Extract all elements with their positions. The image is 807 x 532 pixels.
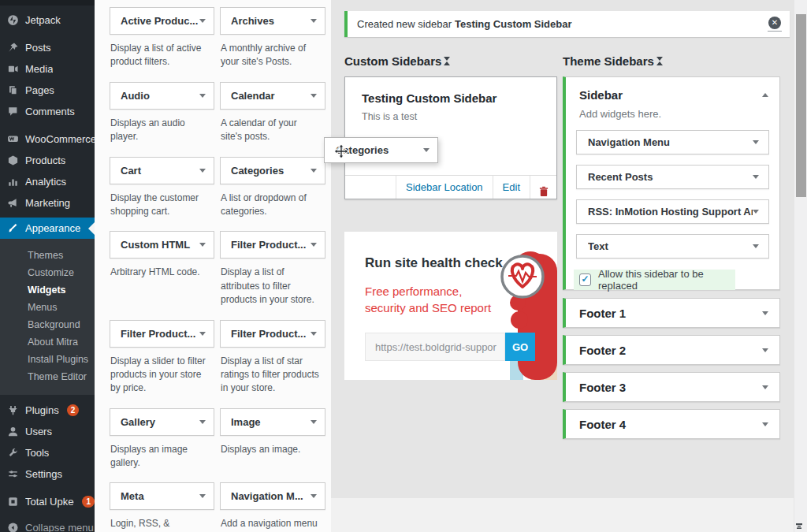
- widget-card-gallery[interactable]: Gallery: [110, 408, 214, 436]
- sort-toggle-icon[interactable]: [656, 57, 663, 65]
- submenu-item-widgets[interactable]: Widgets: [0, 281, 95, 299]
- notice-text: Created new sidebar: [357, 18, 452, 30]
- widget-card-image[interactable]: Image: [220, 408, 325, 436]
- chevron-down-icon[interactable]: [311, 19, 317, 23]
- widget-card-categories[interactable]: Categories: [220, 157, 325, 184]
- sidebar-item-products[interactable]: Products: [0, 150, 95, 171]
- ad-subtitle-line1: Free performance,: [365, 285, 462, 298]
- widget-card-audio[interactable]: Audio: [110, 82, 214, 110]
- submenu-item-themes[interactable]: Themes: [0, 247, 95, 264]
- submenu-item-theme-editor[interactable]: Theme Editor: [0, 368, 95, 385]
- dragged-widget-categories[interactable]: Categories: [324, 137, 438, 163]
- chevron-down-icon: [423, 148, 430, 152]
- media-icon: [7, 63, 19, 75]
- chevron-down-icon[interactable]: [199, 243, 206, 247]
- chevron-down-icon[interactable]: [311, 243, 317, 247]
- widget-card-cart[interactable]: Cart: [110, 157, 214, 184]
- sidebar-item-pages[interactable]: Pages: [0, 80, 95, 101]
- sidebar-item-jetpack[interactable]: Jetpack: [0, 9, 95, 31]
- collapse-menu-icon: [7, 522, 19, 532]
- sidebar-item-analytics[interactable]: Analytics: [0, 171, 95, 192]
- chevron-down-icon[interactable]: [753, 175, 759, 179]
- chevron-down-icon[interactable]: [762, 348, 768, 352]
- allow-replace-row[interactable]: Allow this sidebar to be replaced: [574, 270, 735, 290]
- sidebar-item-woocommerce[interactable]: WooCommerce: [0, 128, 95, 150]
- widget-card-calendar[interactable]: Calendar: [220, 82, 325, 110]
- sidebar-panel-header[interactable]: Sidebar: [579, 88, 768, 102]
- chevron-down-icon[interactable]: [199, 169, 206, 173]
- placed-widget-text[interactable]: Text: [576, 234, 769, 259]
- chevron-down-icon[interactable]: [762, 422, 768, 426]
- widget-title: Custom HTML: [121, 239, 199, 251]
- chevron-down-icon[interactable]: [311, 420, 317, 424]
- sidebar-item-appearance[interactable]: Appearance: [0, 218, 95, 239]
- chevron-down-icon[interactable]: [311, 494, 317, 498]
- widget-card-filter-products-rating[interactable]: Filter Product...: [220, 320, 325, 348]
- chevron-down-icon[interactable]: [753, 140, 759, 144]
- sidebar-item-media[interactable]: Media: [0, 58, 95, 80]
- chevron-down-icon[interactable]: [753, 210, 759, 214]
- edit-link[interactable]: Edit: [493, 176, 530, 199]
- ad-url-row: GO: [365, 333, 535, 361]
- go-button[interactable]: GO: [505, 333, 535, 361]
- close-icon[interactable]: [768, 17, 781, 29]
- widget-card-meta[interactable]: Meta: [110, 482, 214, 510]
- available-widget: Audio Displays an audio player.: [110, 82, 214, 157]
- chevron-down-icon[interactable]: [753, 244, 759, 248]
- chevron-down-icon[interactable]: [762, 311, 768, 315]
- widget-card-filter-products-price[interactable]: Filter Product...: [110, 320, 214, 348]
- scrollbar-thumb[interactable]: [796, 14, 806, 197]
- chevron-down-icon[interactable]: [199, 94, 206, 98]
- chevron-down-icon[interactable]: [199, 420, 206, 424]
- widget-card-archives[interactable]: Archives: [220, 7, 325, 35]
- footer-2-panel[interactable]: Footer 2: [563, 335, 780, 365]
- chevron-down-icon[interactable]: [199, 494, 206, 498]
- placed-widget-rss[interactable]: RSS: InMotion Hosting Support Articles: [576, 199, 769, 224]
- sidebar-item-plugins[interactable]: Plugins 2: [0, 400, 95, 421]
- delete-sidebar-button[interactable]: [530, 176, 556, 199]
- success-notice: Created new sidebar Testing Custom Sideb…: [344, 11, 790, 37]
- sidebar-item-posts[interactable]: Posts: [0, 37, 95, 58]
- submenu-item-customize[interactable]: Customize: [0, 264, 95, 281]
- submenu-item-menus[interactable]: Menus: [0, 299, 95, 316]
- widget-card-filter-products-attributes[interactable]: Filter Product...: [220, 231, 325, 259]
- sidebars-work-area: Created new sidebar Testing Custom Sideb…: [331, 0, 794, 498]
- submenu-item-install-plugins[interactable]: Install Plugins: [0, 351, 95, 368]
- widget-description: Add a navigation menu to your sidebar.: [221, 517, 321, 532]
- widget-card-custom-html[interactable]: Custom HTML: [110, 231, 214, 259]
- chevron-down-icon[interactable]: [311, 94, 317, 98]
- sort-toggle-icon[interactable]: [444, 57, 450, 65]
- widget-card-active-products[interactable]: Active Produc...: [110, 7, 214, 35]
- sidebar-item-label: Posts: [25, 42, 51, 54]
- chevron-down-icon[interactable]: [199, 19, 206, 23]
- chevron-down-icon[interactable]: [311, 169, 317, 173]
- submenu-item-background[interactable]: Background: [0, 316, 95, 333]
- custom-sidebars-heading: Custom Sidebars: [344, 54, 450, 68]
- sidebar-item-tools[interactable]: Tools: [0, 442, 95, 463]
- theme-sidebars-heading: Theme Sidebars: [563, 54, 663, 68]
- placed-widget-navigation-menu[interactable]: Navigation Menu: [576, 130, 769, 154]
- submenu-item-about-mitra[interactable]: About Mitra: [0, 333, 95, 351]
- sidebar-location-link[interactable]: Sidebar Location: [396, 176, 493, 199]
- collapse-menu-button[interactable]: Collapse menu: [0, 517, 95, 532]
- sidebar-item-users[interactable]: Users: [0, 421, 95, 442]
- site-url-input[interactable]: [365, 333, 505, 361]
- sidebar-item-marketing[interactable]: Marketing: [0, 192, 95, 214]
- checkbox-checked-icon[interactable]: [579, 273, 591, 286]
- widget-card-navigation-menu[interactable]: Navigation M...: [220, 482, 325, 510]
- placed-widget-recent-posts[interactable]: Recent Posts: [576, 165, 769, 189]
- products-icon: [7, 154, 19, 166]
- sidebar-item-settings[interactable]: Settings: [0, 463, 95, 485]
- vertical-scrollbar[interactable]: [794, 0, 807, 532]
- footer-4-panel[interactable]: Footer 4: [563, 409, 780, 439]
- footer-3-panel[interactable]: Footer 3: [563, 372, 780, 402]
- chevron-down-icon[interactable]: [311, 332, 317, 336]
- widget-description: Display a list of active product filters…: [110, 42, 210, 69]
- sidebar-item-total-upkeep[interactable]: Total Upkeep 1: [0, 491, 95, 512]
- footer-1-panel[interactable]: Footer 1: [563, 298, 780, 328]
- chevron-up-icon[interactable]: [762, 93, 768, 97]
- chevron-down-icon[interactable]: [199, 332, 206, 336]
- trash-icon: [539, 186, 549, 197]
- sidebar-item-comments[interactable]: Comments: [0, 101, 95, 122]
- chevron-down-icon[interactable]: [762, 385, 768, 389]
